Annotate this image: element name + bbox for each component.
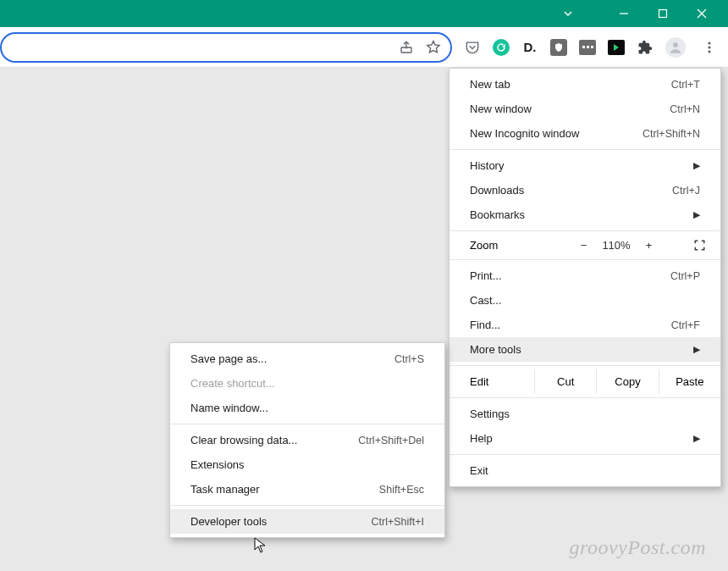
menu-shortcut: Ctrl+F bbox=[671, 319, 700, 331]
menu-label: New window bbox=[470, 103, 532, 115]
menu-label: Bookmarks bbox=[470, 208, 525, 221]
submenu-create-shortcut: Create shortcut... bbox=[170, 371, 444, 396]
menu-find[interactable]: Find... Ctrl+F bbox=[449, 313, 720, 337]
menu-shortcut: Ctrl+P bbox=[670, 270, 700, 282]
grammarly-extension-icon[interactable] bbox=[493, 39, 510, 56]
profile-avatar[interactable] bbox=[665, 37, 686, 58]
zoom-in-button[interactable]: + bbox=[646, 239, 653, 252]
ublock-extension-icon[interactable] bbox=[550, 39, 567, 56]
menu-help[interactable]: Help ▶ bbox=[449, 426, 720, 451]
extensions-row: D. bbox=[459, 36, 721, 59]
submenu-clear-data[interactable]: Clear browsing data... Ctrl+Shift+Del bbox=[170, 428, 444, 452]
tab-search-button[interactable] bbox=[549, 0, 587, 27]
menu-downloads[interactable]: Downloads Ctrl+J bbox=[449, 178, 720, 202]
submenu-arrow-icon: ▶ bbox=[693, 433, 700, 444]
chrome-main-menu: New tab Ctrl+T New window Ctrl+N New Inc… bbox=[449, 68, 721, 487]
menu-label: Downloads bbox=[470, 184, 524, 197]
mouse-cursor-icon bbox=[254, 537, 267, 554]
menu-shortcut: Ctrl+Shift+N bbox=[643, 128, 700, 140]
menu-separator bbox=[449, 149, 720, 150]
menu-label: New Incognito window bbox=[470, 127, 579, 140]
menu-label: New tab bbox=[470, 78, 510, 91]
browser-toolbar: D. bbox=[0, 27, 728, 68]
extensions-puzzle-icon[interactable] bbox=[637, 39, 654, 56]
menu-bookmarks[interactable]: Bookmarks ▶ bbox=[449, 202, 720, 227]
bookmark-star-icon[interactable] bbox=[425, 39, 442, 56]
menu-label: Exit bbox=[470, 464, 488, 477]
menu-shortcut: Ctrl+N bbox=[670, 103, 700, 115]
menu-label: Clear browsing data... bbox=[190, 434, 297, 446]
menu-label: Create shortcut... bbox=[190, 377, 275, 390]
dash-extension-icon[interactable] bbox=[579, 40, 596, 55]
pocket-extension-icon[interactable] bbox=[464, 39, 481, 56]
submenu-developer-tools[interactable]: Developer tools Ctrl+Shift+I bbox=[170, 509, 444, 534]
menu-label: Settings bbox=[470, 407, 510, 420]
menu-more-tools[interactable]: More tools ▶ bbox=[449, 337, 720, 362]
svg-point-6 bbox=[708, 42, 710, 44]
menu-print[interactable]: Print... Ctrl+P bbox=[449, 263, 720, 288]
menu-label: Cast... bbox=[470, 294, 502, 307]
submenu-arrow-icon: ▶ bbox=[693, 160, 700, 171]
player-extension-icon[interactable] bbox=[608, 40, 625, 55]
menu-separator bbox=[449, 397, 720, 398]
submenu-extensions[interactable]: Extensions bbox=[170, 452, 444, 477]
menu-separator bbox=[449, 259, 720, 260]
zoom-level: 110% bbox=[602, 239, 630, 252]
menu-shortcut: Shift+Esc bbox=[379, 484, 424, 496]
menu-shortcut: Ctrl+Shift+I bbox=[371, 516, 424, 528]
menu-edit-row: Edit Cut Copy Paste bbox=[449, 369, 720, 394]
menu-label: Help bbox=[470, 432, 493, 445]
submenu-save-page[interactable]: Save page as... Ctrl+S bbox=[170, 346, 444, 371]
menu-history[interactable]: History ▶ bbox=[449, 153, 720, 178]
menu-shortcut: Ctrl+S bbox=[394, 353, 424, 365]
menu-new-window[interactable]: New window Ctrl+N bbox=[449, 97, 720, 121]
share-icon[interactable] bbox=[398, 39, 415, 56]
submenu-task-manager[interactable]: Task manager Shift+Esc bbox=[170, 477, 444, 502]
menu-separator bbox=[170, 424, 444, 424]
window-titlebar bbox=[0, 0, 728, 27]
menu-label: Find... bbox=[470, 319, 500, 331]
menu-label: Print... bbox=[470, 269, 502, 282]
window-close-button[interactable] bbox=[682, 0, 721, 27]
menu-new-incognito[interactable]: New Incognito window Ctrl+Shift+N bbox=[449, 121, 720, 146]
menu-separator bbox=[449, 230, 720, 231]
menu-separator bbox=[170, 505, 444, 506]
more-tools-submenu: Save page as... Ctrl+S Create shortcut..… bbox=[169, 342, 445, 538]
svg-point-8 bbox=[708, 50, 710, 53]
menu-new-tab[interactable]: New tab Ctrl+T bbox=[449, 72, 720, 97]
menu-cast[interactable]: Cast... bbox=[449, 288, 720, 313]
menu-zoom-row: Zoom − 110% + bbox=[449, 235, 720, 256]
menu-label: Edit bbox=[449, 369, 534, 394]
edit-copy-button[interactable]: Copy bbox=[596, 369, 658, 394]
menu-exit[interactable]: Exit bbox=[449, 458, 720, 483]
submenu-arrow-icon: ▶ bbox=[693, 209, 700, 220]
watermark-text: groovyPost.com bbox=[570, 536, 706, 559]
svg-rect-1 bbox=[659, 10, 667, 18]
menu-label: Task manager bbox=[190, 483, 260, 496]
zoom-out-button[interactable]: − bbox=[581, 239, 587, 252]
menu-label: More tools bbox=[470, 343, 521, 356]
menu-shortcut: Ctrl+J bbox=[672, 185, 700, 197]
menu-label: Extensions bbox=[190, 458, 245, 471]
menu-label: Developer tools bbox=[190, 515, 267, 528]
svg-point-5 bbox=[673, 42, 678, 47]
submenu-name-window[interactable]: Name window... bbox=[170, 396, 444, 420]
menu-label: Zoom bbox=[470, 239, 546, 252]
edit-cut-button[interactable]: Cut bbox=[534, 369, 596, 394]
menu-settings[interactable]: Settings bbox=[449, 402, 720, 426]
svg-point-7 bbox=[708, 46, 710, 48]
dark-extension-icon[interactable]: D. bbox=[521, 39, 538, 56]
chrome-menu-button[interactable] bbox=[698, 36, 721, 59]
menu-separator bbox=[449, 454, 720, 455]
window-maximize-button[interactable] bbox=[643, 0, 682, 27]
fullscreen-button[interactable] bbox=[687, 239, 712, 252]
menu-separator bbox=[449, 365, 720, 366]
submenu-arrow-icon: ▶ bbox=[693, 344, 700, 355]
menu-label: Save page as... bbox=[190, 352, 267, 365]
menu-shortcut: Ctrl+T bbox=[671, 79, 700, 91]
address-bar[interactable] bbox=[0, 32, 452, 63]
window-minimize-button[interactable] bbox=[604, 0, 643, 27]
edit-paste-button[interactable]: Paste bbox=[659, 369, 720, 394]
menu-label: Name window... bbox=[190, 402, 268, 414]
menu-label: History bbox=[470, 159, 504, 172]
